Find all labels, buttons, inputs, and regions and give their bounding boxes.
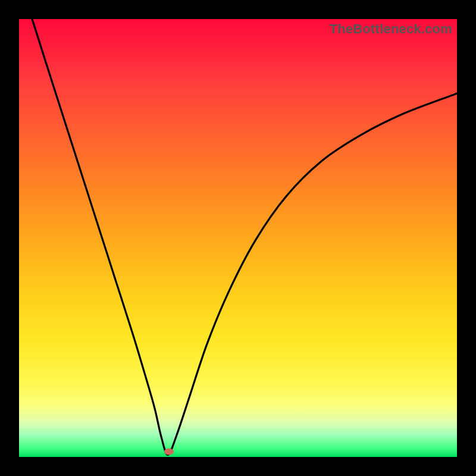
plot-area: TheBottleneck.com	[19, 19, 457, 457]
curve-svg	[19, 19, 457, 457]
bottleneck-curve	[32, 19, 457, 455]
chart-frame: TheBottleneck.com	[0, 0, 476, 476]
optimal-point-marker	[164, 449, 174, 455]
